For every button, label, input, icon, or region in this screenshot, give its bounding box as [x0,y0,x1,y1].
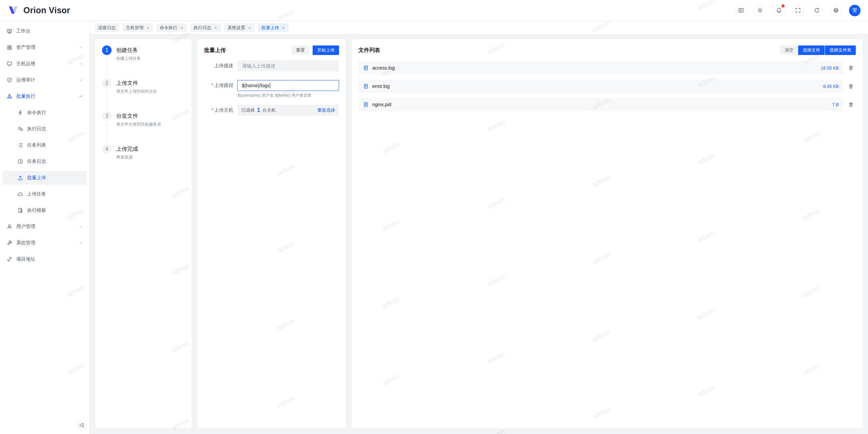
step-number: 2 [102,78,112,88]
bell-icon [776,7,782,13]
sidebar-item-label: 资产管理 [16,44,35,51]
sidebar-item-exec-template[interactable]: 执行模板 [3,204,87,217]
tab-5[interactable]: 系统设置 [224,23,255,32]
file-row-body: error.log6.45 KB [358,79,844,93]
required-mark: * [212,107,213,113]
reset-button[interactable]: 重置 [292,45,309,55]
upload-desc-input[interactable] [241,63,335,69]
sidebar-item-label: 主机运维 [16,61,35,67]
chevron-down-icon [79,78,83,82]
close-icon [180,26,183,30]
delete-file-button[interactable] [846,83,856,89]
sidebar-item-upload-task[interactable]: 上传任务 [3,187,87,201]
hosts-selected-count: 1 [257,107,260,113]
sidebar-item-exec-log[interactable]: 执行日志 [3,122,87,136]
sidebar-item-cmd-exec[interactable]: 命令执行 [3,106,87,119]
file-name: access.log [372,65,395,71]
tab-2[interactable]: 主机管理 [122,23,153,32]
select-file-button[interactable]: 选择文件 [798,45,825,55]
sidebar-item-task-log[interactable]: 任务日志 [3,155,87,168]
step-title: 创建任务 [116,45,141,55]
delete-file-button[interactable] [846,65,856,71]
sidebar-collapse-button[interactable] [77,420,87,430]
file-row: nginx.pid7 B [358,98,856,111]
step-description: 将文件分发到目标服务器 [116,121,161,127]
file-list-panel: 文件列表 清空 选择文件 选择文件夹 access.log16.55 KBerr… [352,39,863,428]
reselect-hosts-link[interactable]: 重新选择 [317,107,335,113]
upload-icon [18,175,23,181]
hosts-selected-suffix: 台主机 [262,107,276,113]
sidebar-item-workbench[interactable]: 工作台 [3,24,87,38]
trash-icon [848,84,853,89]
chevron-up-icon [79,94,83,98]
step-number: 4 [102,144,112,154]
theme-button[interactable] [754,5,766,16]
select-folder-button[interactable]: 选择文件夹 [825,45,856,55]
upload-path-input[interactable]: ${home}/logs [237,80,339,91]
chevron-down-icon [79,241,83,245]
sidebar-item-batch-exec[interactable]: 批量执行 [3,90,87,103]
step-number: 1 [102,45,112,55]
upload-form-panel: 批量上传 重置 开始上传 上传描述 *上传路径 [197,39,346,428]
refresh-button[interactable] [811,5,823,16]
delete-file-button[interactable] [846,102,856,108]
sidebar-item-project-url[interactable]: 项目地址 [3,252,87,266]
sidebar-item-label: 系统管理 [16,240,35,246]
sidebar-item-sys-mgmt[interactable]: 系统管理 [3,236,87,250]
bolt-icon [18,110,23,115]
refresh-icon [814,7,820,13]
tab-close-icon[interactable] [248,26,251,30]
tab-bar: 连接日志主机管理命令执行执行日志系统设置批量上传 [90,21,868,35]
sidebar-item-label: 执行模板 [27,207,46,213]
tab-label: 系统设置 [228,25,245,31]
file-icon [363,65,369,71]
close-icon [214,26,217,30]
chevron-down-icon [79,225,83,229]
sidebar-item-label: 运维审计 [16,77,35,83]
text-caret [270,83,270,88]
task-list-icon [18,143,23,148]
chevron-down-icon [79,45,83,50]
collapse-icon [79,422,84,428]
sidebar-item-label: 用户管理 [16,224,35,230]
tab-close-icon[interactable] [146,26,150,30]
tab-close-icon[interactable] [180,26,183,30]
steps-list: 1创建任务创建上传任务2上传文件将文件上传到临时分区3分发文件将文件分发到目标服… [102,45,185,160]
tab-label: 连接日志 [98,25,116,31]
upload-hosts-label: *上传主机 [204,105,233,116]
fullscreen-icon [795,7,801,13]
file-row-body: nginx.pid7 B [358,98,844,111]
file-row-body: access.log16.55 KB [358,61,844,75]
tab-3[interactable]: 命令执行 [156,23,187,32]
tab-close-icon[interactable] [282,26,285,30]
sidebar-item-host-ops[interactable]: 主机运维 [3,57,87,71]
code-button[interactable] [735,5,747,16]
sidebar-item-task-list[interactable]: 任务列表 [3,138,87,152]
tab-6[interactable]: 批量上传 [258,23,289,32]
step-title: 上传完成 [116,144,138,154]
clear-files-button[interactable]: 清空 [780,45,798,55]
tab-1[interactable]: 连接日志 [95,23,119,32]
close-icon [282,26,285,30]
chevron-down-icon [79,62,83,66]
user-avatar[interactable]: 管 [849,5,861,16]
tab-close-icon[interactable] [214,26,217,30]
sidebar-item-user-mgmt[interactable]: 用户管理 [3,220,87,233]
tab-4[interactable]: 执行日志 [190,23,221,32]
file-row: access.log16.55 KB [358,61,856,75]
sidebar-item-batch-upload[interactable]: 批量上传 [3,171,87,185]
settings-button[interactable] [830,5,842,16]
cluster-icon [7,94,12,99]
fullscreen-button[interactable] [792,5,804,16]
notifications-button[interactable] [773,5,785,16]
tab-label: 命令执行 [160,25,177,31]
sidebar-item-assets[interactable]: 资产管理 [3,41,87,54]
sidebar-item-label: 批量执行 [16,93,35,99]
file-list: access.log16.55 KBerror.log6.45 KBnginx.… [358,61,856,111]
start-upload-button[interactable]: 开始上传 [313,45,339,55]
upload-path-label: *上传路径 [204,80,233,98]
sidebar-item-ops-audit[interactable]: 运维审计 [3,73,87,87]
sidebar-item-label: 执行日志 [27,126,46,132]
upload-desc-label: 上传描述 [204,60,233,71]
sidebar-menu: 工作台资产管理主机运维运维审计批量执行命令执行执行日志任务列表任务日志批量上传上… [0,24,90,266]
